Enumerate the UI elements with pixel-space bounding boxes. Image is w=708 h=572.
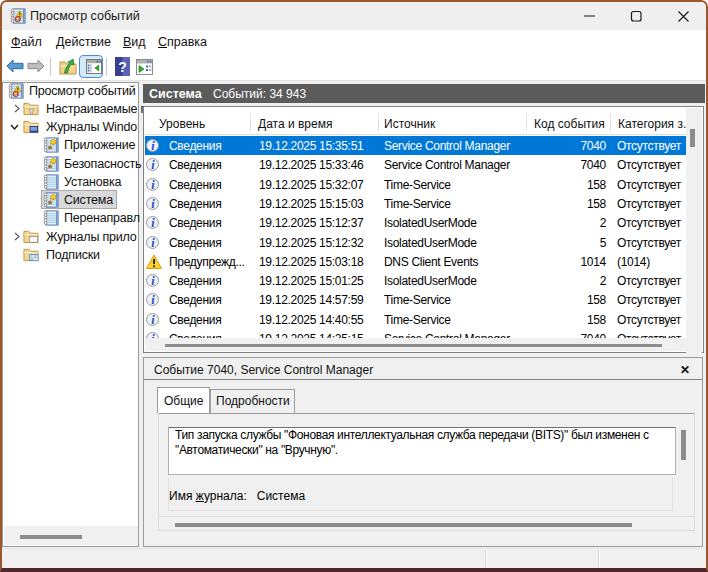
svg-text:?: ?: [118, 59, 127, 75]
